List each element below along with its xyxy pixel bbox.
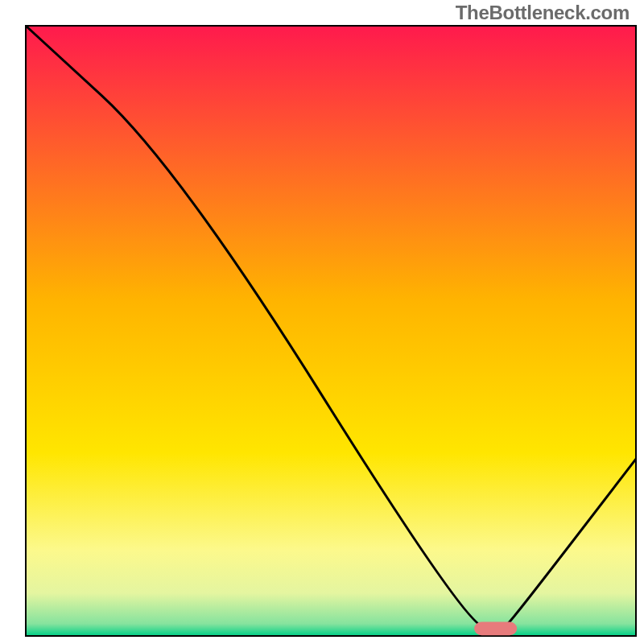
chart-svg	[0, 0, 644, 644]
plot-background	[26, 26, 636, 636]
chart-container: { "brand": "TheBottleneck.com", "chart_d…	[0, 0, 644, 644]
optimal-marker	[474, 622, 517, 636]
